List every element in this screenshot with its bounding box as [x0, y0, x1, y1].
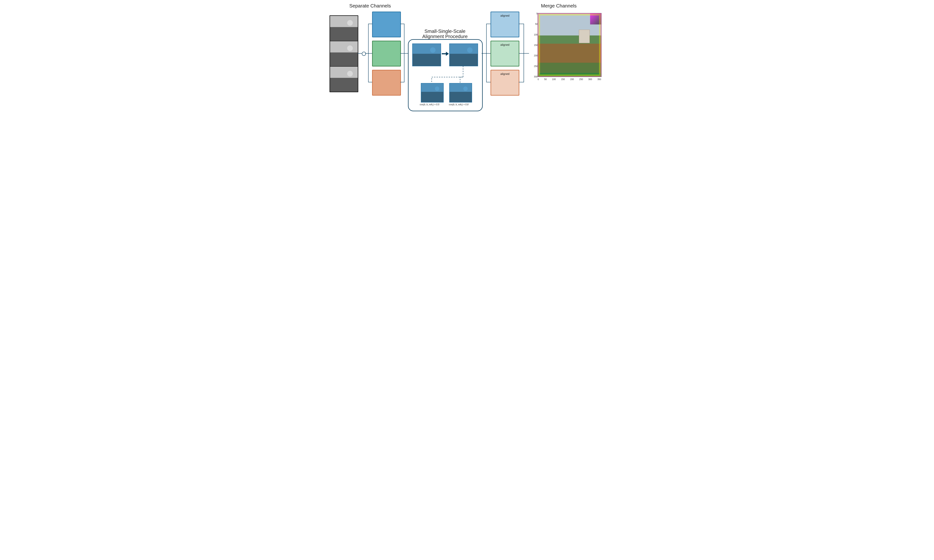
tick-y: 300	[531, 75, 538, 78]
church-icon	[579, 30, 590, 43]
proc-dashed-wires	[408, 40, 482, 111]
tick-y: 0	[531, 12, 538, 15]
tick-x: 150	[561, 78, 565, 81]
merged-output: 0 50 100 150 200 250 300 0 50 100 150 20…	[529, 11, 607, 91]
aligned-orange: aligned	[490, 70, 519, 95]
diagram-canvas: Separate Channels Small-Single-Scale Ali…	[324, 0, 610, 122]
formula-cos-b: cos(b, b_roll₂) = 0.8	[449, 103, 469, 106]
split-node-icon	[362, 52, 366, 56]
tick-x: 300	[588, 78, 592, 81]
tick-x: 200	[570, 78, 574, 81]
filmstrip-frame	[330, 67, 358, 92]
channel-orange	[372, 70, 401, 95]
tick-x: 50	[544, 78, 547, 81]
channel-blue	[372, 12, 401, 37]
merged-image	[538, 13, 601, 77]
aligned-label: aligned	[491, 72, 519, 75]
tick-x: 0	[538, 78, 539, 81]
axis-x: 0 50 100 150 200 250 300 350	[538, 78, 601, 81]
channel-green	[372, 41, 401, 66]
title-separate: Separate Channels	[349, 3, 391, 9]
filmstrip-frame	[330, 41, 358, 67]
alignment-procedure-box: cos(b, b_roll₁) = 0.5 cos(b, b_roll₂) = …	[408, 39, 483, 111]
tick-y: 250	[531, 65, 538, 68]
aligned-label: aligned	[491, 14, 519, 17]
aligned-label: aligned	[491, 43, 519, 46]
tick-y: 200	[531, 54, 538, 57]
title-merge: Merge Channels	[541, 3, 576, 9]
title-procedure-line1: Small-Single-Scale	[412, 28, 479, 34]
filmstrip-frame	[330, 16, 358, 41]
aligned-green: aligned	[490, 41, 519, 66]
tick-y: 150	[531, 44, 538, 46]
tick-y: 50	[531, 23, 538, 25]
aligned-blue: aligned	[490, 12, 519, 37]
axis-y: 0 50 100 150 200 250 300	[531, 12, 538, 78]
formula-cos-a: cos(b, b_roll₁) = 0.5	[420, 103, 439, 106]
tick-x: 250	[579, 78, 583, 81]
title-procedure-line2: Alignment Procedure	[412, 34, 479, 39]
tick-x: 350	[597, 78, 601, 81]
tick-x: 100	[552, 78, 556, 81]
input-filmstrip	[330, 15, 358, 92]
tick-y: 100	[531, 34, 538, 36]
